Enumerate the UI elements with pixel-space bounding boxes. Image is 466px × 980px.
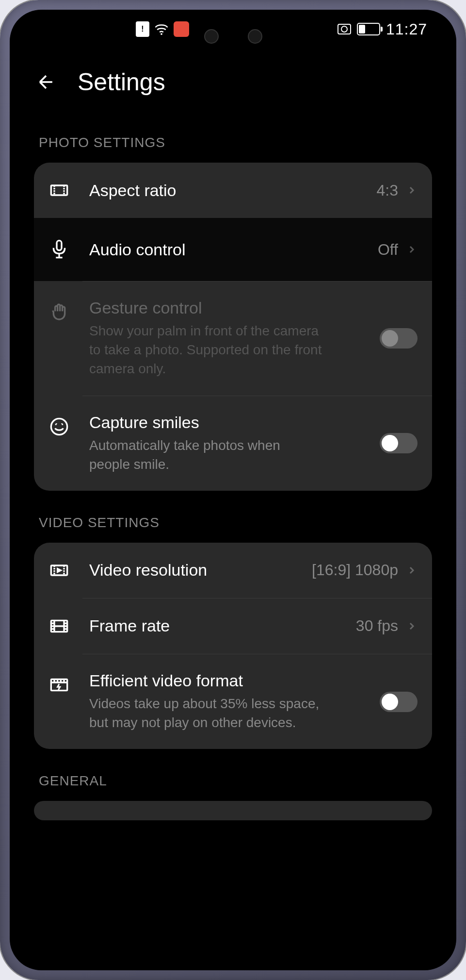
gesture-control-label: Gesture control xyxy=(89,299,380,317)
frame-rate-label: Frame rate xyxy=(89,616,356,635)
page-title: Settings xyxy=(78,68,165,96)
header: Settings xyxy=(10,49,456,120)
wifi-icon xyxy=(154,22,169,36)
chevron-right-icon xyxy=(406,620,418,632)
status-bar: ! 11:27 xyxy=(10,10,456,49)
audio-control-value: Off xyxy=(378,241,398,259)
camera-status-icon xyxy=(337,24,351,34)
svg-rect-4 xyxy=(57,241,62,250)
video-resolution-icon xyxy=(48,560,70,581)
gesture-control-description: Show your palm in front of the camera to… xyxy=(89,321,322,379)
gesture-control-row: Gesture control Show your palm in front … xyxy=(34,282,432,396)
microphone-icon xyxy=(48,239,70,260)
aspect-ratio-row[interactable]: Aspect ratio 4:3 xyxy=(34,163,432,218)
video-resolution-label: Video resolution xyxy=(89,561,312,580)
general-settings-card xyxy=(34,801,432,820)
battery-icon xyxy=(357,23,380,35)
audio-control-row[interactable]: Audio control Off xyxy=(34,218,432,281)
smile-icon xyxy=(48,416,70,437)
capture-smiles-toggle[interactable] xyxy=(380,433,418,453)
svg-point-7 xyxy=(51,418,67,434)
section-header-general: GENERAL xyxy=(10,749,456,801)
efficient-format-label: Efficient video format xyxy=(89,671,380,690)
notch xyxy=(204,29,262,44)
film-icon xyxy=(48,615,70,637)
video-resolution-value: [16:9] 1080p xyxy=(312,561,398,579)
capture-smiles-description: Automatically take photos when people sm… xyxy=(89,436,322,474)
efficient-format-row[interactable]: Efficient video format Videos take up ab… xyxy=(34,654,432,749)
video-resolution-row[interactable]: Video resolution [16:9] 1080p xyxy=(34,543,432,598)
screen: ! 11:27 Sett xyxy=(10,10,456,970)
audio-control-label: Audio control xyxy=(89,240,378,259)
efficient-format-toggle[interactable] xyxy=(380,692,418,712)
hand-icon xyxy=(48,301,70,323)
alert-icon: ! xyxy=(136,21,149,37)
back-button[interactable] xyxy=(34,70,58,94)
efficient-format-icon xyxy=(48,674,70,696)
efficient-format-description: Videos take up about 35% less space, but… xyxy=(89,694,322,732)
frame-rate-value: 30 fps xyxy=(356,617,398,635)
video-settings-card: Video resolution [16:9] 1080p xyxy=(34,543,432,749)
clock: 11:27 xyxy=(386,20,427,38)
frame-rate-row[interactable]: Frame rate 30 fps xyxy=(34,598,432,654)
app-notification-icon xyxy=(174,21,189,37)
section-header-photo: PHOTO SETTINGS xyxy=(10,120,456,163)
phone-frame: ! 11:27 Sett xyxy=(0,0,466,980)
aspect-ratio-icon xyxy=(48,180,70,201)
chevron-right-icon xyxy=(406,184,418,196)
photo-settings-card: Aspect ratio 4:3 Au xyxy=(34,163,432,491)
aspect-ratio-label: Aspect ratio xyxy=(89,181,377,200)
capture-smiles-row[interactable]: Capture smiles Automatically take photos… xyxy=(34,396,432,491)
gesture-control-toggle xyxy=(380,328,418,349)
aspect-ratio-value: 4:3 xyxy=(377,182,398,199)
chevron-right-icon xyxy=(406,244,418,255)
svg-point-0 xyxy=(161,33,162,35)
chevron-right-icon xyxy=(406,565,418,576)
capture-smiles-label: Capture smiles xyxy=(89,413,380,432)
section-header-video: VIDEO SETTINGS xyxy=(10,491,456,543)
